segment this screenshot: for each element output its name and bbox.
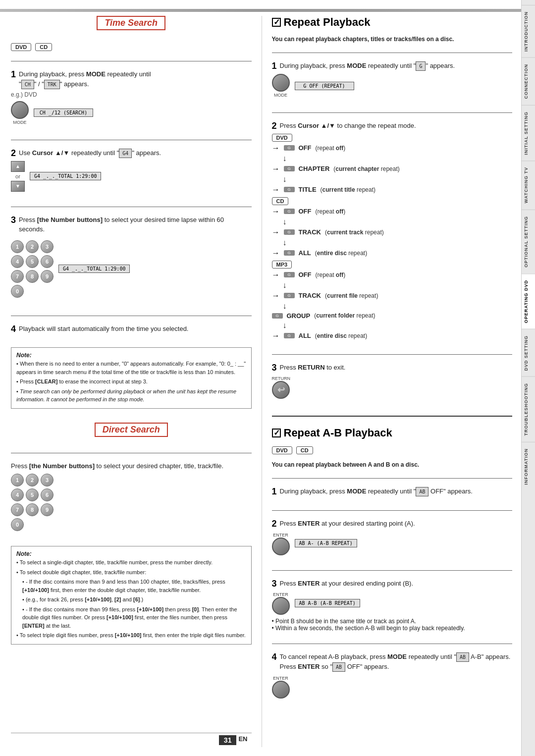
d-num-btn-1[interactable]: 1	[11, 474, 24, 486]
num-btn-7[interactable]: 7	[11, 270, 24, 283]
d-num-btn-3[interactable]: 3	[41, 474, 54, 486]
mp3-repeat-badge: MP3	[272, 261, 292, 269]
tab-connection[interactable]: CONNECTION	[522, 57, 535, 105]
ab-enter2-wrap: ENTER	[272, 591, 290, 615]
ab-step2-text: Press ENTER at your desired starting poi…	[272, 519, 513, 529]
num-btn-9[interactable]: 9	[41, 270, 54, 283]
d-num-btn-6[interactable]: 6	[41, 488, 54, 501]
time-search-section: Time Search	[11, 16, 252, 34]
number-grid: 1 2 3 4 5 6 7 8 9	[11, 240, 54, 298]
dvd-title-row: → G TITLE (current title repeat)	[272, 185, 513, 194]
num-btn-5[interactable]: 5	[26, 255, 39, 268]
right-column: Repeat Playback You can repeat playback …	[262, 16, 513, 747]
step2-text: Use Cursor ▲/▼ repeatedly until "G4" app…	[11, 148, 252, 158]
dvd-off-label: OFF	[299, 144, 312, 152]
mp3-all-label: ALL	[299, 332, 311, 339]
ab-cd-badge: CD	[296, 446, 313, 454]
mp3-off-row: → G OFF (repeat off)	[272, 270, 513, 279]
ab-step2: 2 Press ENTER at your desired starting p…	[272, 519, 513, 558]
tab-watching-tv[interactable]: WATCHING TV	[522, 161, 535, 209]
arrow-up[interactable]: ▲	[11, 161, 25, 172]
dvd-title-label: TITLE	[299, 186, 317, 193]
direct-search-text: Press [the Number buttons] to select you…	[11, 461, 252, 471]
ab-step4: 4 To cancel repeat A-B playback, press M…	[272, 652, 513, 702]
note-list-1: When there is no need to enter a number,…	[16, 360, 246, 404]
ab-step3-num: 3	[272, 579, 277, 590]
cd-repeat-badge: CD	[272, 197, 289, 205]
tab-optional-setting[interactable]: OPTIONAL SETTING	[522, 210, 535, 273]
d-num-btn-0[interactable]: 0	[11, 518, 24, 531]
time-search-step3: 3 Press [the Number buttons] to select y…	[11, 215, 252, 304]
time-search-note: Note: When there is no need to enter a n…	[11, 347, 252, 409]
divider-r7	[272, 570, 513, 571]
repeat-ab-subtitle: You can repeat playback between A and B …	[272, 461, 513, 468]
cd-all-label: ALL	[299, 249, 311, 257]
d-note-item-6: To select triple digit files number, pre…	[16, 631, 246, 640]
num-row-2: 4 5 6	[11, 255, 54, 268]
num-btn-3[interactable]: 3	[41, 240, 54, 253]
tab-introduction[interactable]: INTRODUCTION	[522, 5, 535, 57]
tab-operating-dvd[interactable]: OPERATING DVD	[522, 273, 535, 329]
ab-enter2-label: ENTER	[273, 592, 288, 597]
num-btn-8[interactable]: 8	[26, 270, 39, 283]
d-num-btn-5[interactable]: 5	[26, 488, 39, 501]
time-search-step4: 4 Playback will start automatically from…	[11, 324, 252, 336]
step1-screen-inline2: TRK	[44, 80, 60, 89]
num-btn-4[interactable]: 4	[11, 255, 24, 268]
mp3-track-label: TRACK	[299, 292, 321, 299]
num-btn-1[interactable]: 1	[11, 240, 24, 253]
step1-display: MODE CH _/12 (SEARCH)	[11, 101, 252, 125]
arrow-down[interactable]: ▼	[11, 181, 25, 192]
ab-step3-text: Press ENTER at your desired ending point…	[272, 579, 513, 589]
mode-button[interactable]	[11, 101, 29, 119]
cd-off-desc: (repeat off)	[316, 208, 346, 215]
tab-troubleshooting[interactable]: TROUBLESHOOTING	[522, 377, 535, 442]
mp3-all-desc: (entire disc repeat)	[315, 332, 367, 339]
d-num-btn-9[interactable]: 9	[41, 503, 54, 516]
repeat-playback-title: Repeat Playback	[284, 16, 371, 29]
divider-1	[11, 61, 252, 61]
divider-r6	[272, 510, 513, 511]
ab-step4-num: 4	[272, 652, 277, 663]
d-num-btn-2[interactable]: 2	[26, 474, 39, 486]
tab-information[interactable]: INFORMATION	[522, 442, 535, 491]
d-num-btn-7[interactable]: 7	[11, 503, 24, 516]
note-item-2: Press [CLEAR] to erase the incorrect inp…	[16, 378, 246, 386]
main-content: Time Search DVD CD 1 During playback, pr…	[0, 0, 521, 756]
d-note-item-2: To select double digit chapter, title, t…	[16, 568, 246, 577]
num-btn-6[interactable]: 6	[41, 255, 54, 268]
checkbox-ab-icon	[272, 429, 281, 437]
tab-dvd-setting[interactable]: DVD SETTING	[522, 329, 535, 377]
r-step2-text: Press Cursor ▲/▼ to change the repeat mo…	[272, 121, 513, 131]
tab-initial-setting[interactable]: INITIAL SETTING	[522, 105, 535, 161]
cd-badge: CD	[35, 43, 52, 51]
d-num-btn-8[interactable]: 8	[26, 503, 39, 516]
ab-step3-notes: • Point B should be in the same title or…	[272, 618, 513, 632]
d-num-row-2: 4 5 6	[11, 488, 252, 501]
ab-step3-display: ENTER AB A-B (A-B REPEAT)	[272, 591, 513, 615]
ab-enter2-button[interactable]	[272, 597, 290, 615]
dvd-title-desc: (current title repeat)	[321, 186, 375, 193]
num-btn-0[interactable]: 0	[11, 285, 24, 298]
ab-step1: 1 During playback, press MODE repeatedly…	[272, 486, 513, 498]
num-btn-2[interactable]: 2	[26, 240, 39, 253]
dvd-repeat-section: DVD → G OFF (repeat off) ↓ → G CHAPTER	[272, 134, 513, 194]
step1-display-screen: CH _/12 (SEARCH)	[34, 108, 93, 117]
mp3-repeat-flow: → G OFF (repeat off) ↓ → G TRACK (curren…	[272, 270, 513, 340]
top-bar	[0, 9, 521, 12]
r-mode-button[interactable]	[272, 74, 290, 92]
r-step1-screen: G OFF (REPEAT)	[295, 82, 354, 90]
ab-enter-button[interactable]	[272, 538, 290, 555]
d-num-btn-4[interactable]: 4	[11, 488, 24, 501]
repeat-step2: 2 Press Cursor ▲/▼ to change the repeat …	[272, 121, 513, 342]
d-note-item-5: - If the disc contains more than 99 file…	[16, 605, 246, 630]
step3-text: Press [the Number buttons] to select you…	[11, 215, 252, 234]
mp3-group-label: GROUP	[287, 312, 311, 320]
time-search-title: Time Search	[97, 16, 165, 30]
cd-off-label: OFF	[299, 208, 312, 215]
mp3-off-label: OFF	[299, 271, 312, 278]
return-button[interactable]: ↩	[272, 381, 290, 399]
mp3-group-row: G GROUP (current folder repeat)	[272, 312, 513, 320]
r-step3-text: Press RETURN to exit.	[272, 363, 513, 373]
ab-enter-final-button[interactable]	[272, 681, 290, 699]
